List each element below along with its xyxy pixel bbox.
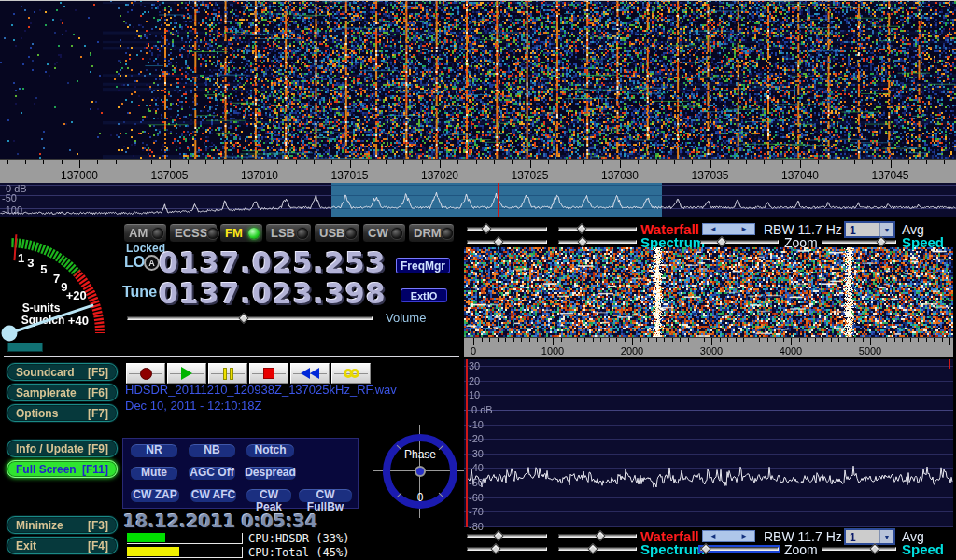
zoom-slider-bottom-thumb[interactable] bbox=[700, 543, 710, 553]
speed-slider-top-thumb[interactable] bbox=[876, 236, 886, 246]
audio-spectrum-display[interactable] bbox=[464, 359, 953, 527]
main-spectrum-display[interactable] bbox=[0, 183, 956, 217]
scroll-left-arrow-icon[interactable]: ◄ bbox=[710, 226, 717, 233]
dsp-button-nr[interactable]: NR bbox=[130, 443, 178, 458]
spectrum-brightness-slider-bottom[interactable] bbox=[467, 544, 547, 553]
waterfall-brightness-slider-top-thumb[interactable] bbox=[481, 223, 491, 233]
dsp-button-cw-peak[interactable]: CW Peak bbox=[246, 488, 292, 503]
freqmgr-button[interactable]: FreqMgr bbox=[396, 258, 450, 273]
zoom-slider-top[interactable] bbox=[700, 237, 779, 246]
spectrum-contrast-slider-top[interactable] bbox=[558, 237, 637, 246]
db-label: -40 bbox=[469, 462, 484, 473]
waterfall-scrollbar-top[interactable]: ◄► bbox=[702, 223, 755, 235]
extio-button[interactable]: ExtIO bbox=[401, 288, 447, 302]
mode-label: ECSS bbox=[175, 226, 207, 240]
speed-slider-bottom[interactable] bbox=[822, 544, 896, 553]
menu-button-exit[interactable]: Exit[F4] bbox=[7, 537, 118, 554]
db-label: -60 bbox=[469, 492, 484, 503]
waterfall-brightness-slider-top[interactable] bbox=[467, 224, 547, 233]
dsp-button-despread[interactable]: Despread bbox=[244, 466, 297, 481]
waterfall-contrast-slider-bottom[interactable] bbox=[558, 531, 637, 540]
recorder-stop-button[interactable] bbox=[249, 363, 288, 384]
zoom-slider-bottom[interactable] bbox=[700, 544, 779, 553]
recorder-rewind-button[interactable] bbox=[290, 363, 330, 384]
mode-button-usb[interactable]: USB bbox=[314, 223, 360, 243]
waterfall-contrast-slider-top[interactable] bbox=[558, 224, 637, 233]
volume-slider-thumb[interactable] bbox=[238, 313, 248, 323]
audio-spectrum-panel[interactable]: 3020100 dB-10-20-30-40-50-60-70-80 bbox=[464, 359, 953, 527]
scroll-right-arrow-icon[interactable]: ► bbox=[740, 226, 748, 233]
dsp-button-cw-fullbw[interactable]: CW FullBw bbox=[298, 488, 353, 503]
menu-button-info-update[interactable]: Info / Update[F9] bbox=[7, 440, 118, 457]
menu-button-samplerate[interactable]: Samplerate[F6] bbox=[7, 384, 118, 401]
zoom-label-top: Zoom bbox=[784, 235, 818, 250]
spectrum-brightness-slider-top[interactable] bbox=[467, 237, 547, 246]
recorder-play-button[interactable] bbox=[167, 363, 206, 384]
waterfall-contrast-slider-top-thumb[interactable] bbox=[576, 223, 586, 233]
dsp-button-notch[interactable]: Notch bbox=[246, 443, 295, 458]
menu-button-minimize[interactable]: Minimize[F3] bbox=[7, 516, 118, 534]
recorder-pause-button[interactable] bbox=[208, 363, 247, 384]
scroll-left-arrow-icon[interactable]: ◄ bbox=[710, 533, 717, 540]
spectrum-contrast-slider-bottom[interactable] bbox=[558, 544, 637, 553]
tune-frequency-display[interactable]: 0137.023.398 bbox=[159, 277, 387, 310]
dsp-button-nb[interactable]: NB bbox=[188, 443, 236, 458]
scroll-right-arrow-icon[interactable]: ► bbox=[740, 533, 748, 540]
main-waterfall-display[interactable] bbox=[0, 0, 956, 159]
waterfall-brightness-slider-bottom-thumb[interactable] bbox=[493, 530, 503, 540]
dsp-button-mute[interactable]: Mute bbox=[130, 466, 178, 481]
mode-label: DRM bbox=[414, 226, 442, 240]
dropdown-chevron-icon[interactable]: ▼ bbox=[879, 530, 893, 543]
mode-label: CW bbox=[368, 226, 388, 240]
squelch-level-bar bbox=[7, 343, 43, 352]
record-icon bbox=[140, 368, 152, 380]
dsp-panel: NRNBNotchMuteAGC OffDespreadCW ZAPCW AFC… bbox=[122, 438, 358, 509]
frequency-scale[interactable] bbox=[0, 159, 956, 183]
volume-slider[interactable] bbox=[127, 314, 373, 323]
menu-key: [F5] bbox=[88, 366, 108, 379]
menu-button-soundcard[interactable]: Soundcard[F5] bbox=[7, 363, 118, 381]
spectrum-contrast-slider-top-thumb[interactable] bbox=[577, 236, 587, 246]
waterfall-contrast-slider-bottom-thumb[interactable] bbox=[595, 530, 605, 540]
tune-label: Tune bbox=[122, 284, 157, 301]
db-label: 10 bbox=[469, 389, 480, 400]
dsp-button-cw-afc[interactable]: CW AFC bbox=[190, 488, 237, 503]
menu-label: Soundcard bbox=[16, 366, 75, 379]
menu-button-full-screen[interactable]: Full Screen[F11] bbox=[7, 460, 118, 478]
avg-count-select-top[interactable]: 1▼ bbox=[844, 221, 895, 238]
mode-button-lsb[interactable]: LSB bbox=[265, 223, 312, 243]
spectrum-brightness-slider-top-track bbox=[467, 240, 547, 244]
waterfall-scrollbar-bottom[interactable]: ◄► bbox=[702, 530, 755, 542]
spectrum-brightness-slider-top-thumb[interactable] bbox=[493, 236, 503, 246]
db-label: -30 bbox=[469, 448, 484, 459]
spectrum-contrast-slider-bottom-thumb[interactable] bbox=[587, 543, 598, 553]
mode-button-cw[interactable]: CW bbox=[362, 223, 406, 243]
dsp-button-agc-off[interactable]: AGC Off bbox=[188, 466, 236, 481]
mode-button-fm[interactable]: FM bbox=[219, 223, 263, 243]
lo-auto-button[interactable]: A bbox=[144, 255, 160, 271]
dropdown-chevron-icon[interactable]: ▼ bbox=[879, 223, 893, 236]
hdsdr-window: 0 dB-50-100 Locked LO A 0137.025.253 Fre… bbox=[0, 0, 956, 560]
menu-button-options[interactable]: Options[F7] bbox=[7, 404, 118, 422]
mode-button-ecss[interactable]: ECSS bbox=[169, 223, 218, 243]
lo-frequency-display[interactable]: 0137.025.253 bbox=[159, 246, 387, 279]
waterfall-brightness-slider-bottom[interactable] bbox=[467, 531, 547, 540]
menu-key: [F7] bbox=[88, 407, 108, 420]
zoom-slider-top-thumb[interactable] bbox=[716, 236, 726, 246]
audio-waterfall-display[interactable] bbox=[464, 247, 953, 337]
mode-button-am[interactable]: AM bbox=[123, 223, 167, 243]
audio-frequency-scale[interactable] bbox=[464, 337, 953, 357]
speed-slider-top[interactable] bbox=[822, 237, 896, 246]
speed-slider-bottom-thumb[interactable] bbox=[869, 543, 879, 553]
main-spectrum-panel[interactable]: 0 dB-50-100 bbox=[0, 183, 956, 217]
recorder-record-button[interactable] bbox=[126, 363, 165, 384]
mode-button-drm[interactable]: DRM bbox=[408, 223, 455, 243]
spectrum-brightness-slider-bottom-thumb[interactable] bbox=[490, 543, 500, 553]
dsp-button-cw-zap[interactable]: CW ZAP bbox=[130, 488, 180, 503]
avg-count-select-bottom[interactable]: 1▼ bbox=[844, 528, 895, 545]
recording-file-date: Dec 10, 2011 - 12:10:18Z bbox=[125, 399, 261, 413]
recorder-loop-button[interactable] bbox=[331, 363, 371, 384]
db-label: -50 bbox=[2, 192, 17, 203]
cpu-hdsdr-bar bbox=[127, 533, 243, 544]
menu-label: Exit bbox=[16, 539, 36, 553]
